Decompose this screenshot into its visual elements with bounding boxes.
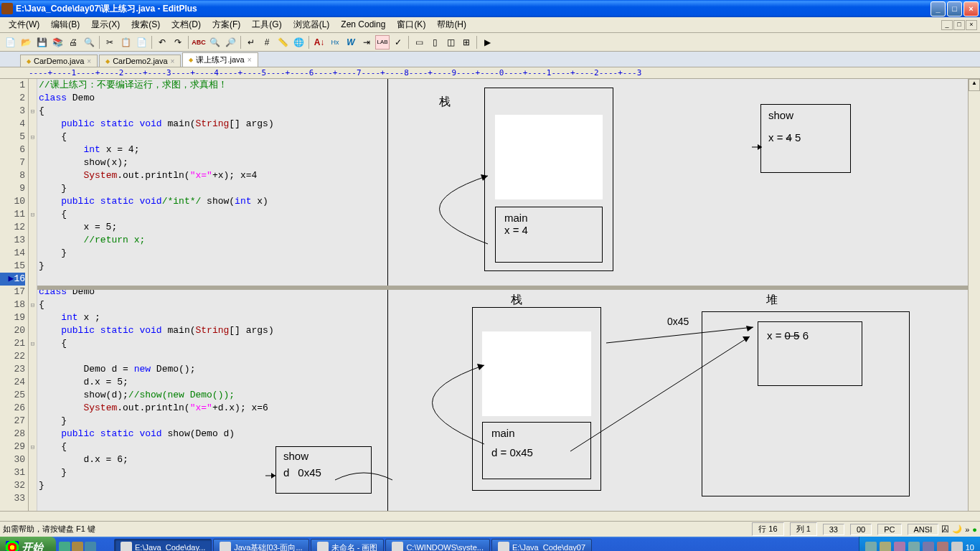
status-moon-icon[interactable]: 🌙 [952,524,962,534]
code-line[interactable]: System.out.println("x="+x); x=4 [39,169,968,182]
redo-icon[interactable]: ↷ [171,35,185,50]
code-line[interactable]: int x ; [39,311,968,324]
new-file-icon[interactable]: 📄 [3,35,17,50]
taskbar-item[interactable]: E:\Java_Code\day... [114,539,212,551]
code-line[interactable]: d.x = 6; [39,453,968,466]
quicklaunch-icon[interactable] [59,542,70,551]
code-line[interactable]: public static void main(String[] args) [39,324,968,337]
tray-icon[interactable] [880,542,891,551]
code-line[interactable]: x = 5; [39,221,968,234]
taskbar-item[interactable]: E:\Java_Code\day07 [491,539,592,551]
hex-icon[interactable]: Hx [328,35,342,50]
code-line[interactable]: } [39,247,968,260]
code-line[interactable]: { [39,337,968,350]
scroll-up-icon[interactable]: ▲ [969,79,980,91]
taskbar-item[interactable]: 未命名 - 画图 [311,539,385,551]
word-icon[interactable]: W [344,35,358,50]
code-line[interactable]: } [39,466,968,479]
mdi-close[interactable]: × [966,20,977,30]
code-line[interactable]: public static void main(String[] args) [39,118,968,131]
code-line[interactable]: show(d);//show(new Demo()); [39,389,968,402]
font-icon[interactable]: A↓ [312,35,326,50]
menu-item[interactable]: 文档(D) [166,18,207,31]
menu-item[interactable]: 显示(X) [85,18,126,31]
code-line[interactable]: //课上练习：不要编译运行，求图，求真相！ [39,79,968,92]
code-line[interactable]: public static void show(Demo d) [39,428,968,441]
document-tab[interactable]: ◆课上练习.java× [182,52,258,67]
start-button[interactable]: 开始 [0,537,56,551]
tray-icon[interactable] [923,542,934,551]
print-icon[interactable]: 🖨 [66,35,80,50]
code-line[interactable]: d.x = 5; [39,376,968,389]
menu-item[interactable]: 文件(W) [3,18,45,31]
wordwrap-icon[interactable]: ↵ [244,35,258,50]
code-line[interactable]: class Demo [39,92,968,105]
close-button[interactable]: × [963,1,979,17]
open-file-icon[interactable]: 📂 [19,35,33,50]
code-line[interactable]: } [39,479,968,492]
code-line[interactable]: //return x; [39,234,968,247]
tray-clock[interactable]: 10 [966,543,974,551]
taskbar-item[interactable]: C:\WINDOWS\syste... [385,539,490,551]
spell-icon[interactable]: ABC [192,35,206,50]
document-tab[interactable]: ◆CarDemo.java× [20,55,98,67]
quicklaunch-icon[interactable] [85,542,96,551]
menu-item[interactable]: 搜索(S) [126,18,166,31]
code-line[interactable]: Demo d = new Demo(); [39,363,968,376]
code-line[interactable]: } [39,415,968,428]
maximize-button[interactable]: □ [947,1,962,17]
window2-icon[interactable]: ▯ [428,35,442,50]
undo-icon[interactable]: ↶ [155,35,169,50]
tray-volume-icon[interactable] [951,542,963,551]
fold-marker[interactable]: ⊟ [29,441,37,453]
code-line[interactable]: show(x); [39,156,968,169]
code-line[interactable]: int x = 4; [39,143,968,156]
tab-close-icon[interactable]: × [87,57,91,65]
menu-item[interactable]: 浏览器(L) [288,18,336,31]
cut-icon[interactable]: ✂ [103,35,117,50]
replace-icon[interactable]: 🔎 [223,35,237,50]
tray-icon[interactable] [894,542,905,551]
code-line[interactable]: System.out.println("x="+d.x); x=6 [39,402,968,415]
status-ime-icon[interactable]: 囚 [941,524,949,534]
code-line[interactable]: public static void/*int*/ show(int x) [39,195,968,208]
code-line[interactable]: { [39,105,968,118]
status-arrow-icon[interactable]: » [965,525,969,534]
fold-marker[interactable]: ⊟ [29,208,37,221]
numbers-icon[interactable]: # [260,35,274,50]
menu-item[interactable]: 编辑(B) [45,18,85,31]
menu-item[interactable]: 窗口(K) [391,18,431,31]
tab-close-icon[interactable]: × [171,57,175,65]
window3-icon[interactable]: ◫ [443,35,458,50]
menu-item[interactable]: 工具(G) [246,18,287,31]
status-dot-icon[interactable]: ● [972,525,977,534]
code-line[interactable] [39,273,968,286]
mdi-restore[interactable]: □ [953,20,965,30]
browser-icon[interactable]: 🌐 [291,35,306,50]
code-line[interactable]: } [39,182,968,195]
fold-marker[interactable]: ⊟ [29,105,37,118]
tray-icon[interactable] [865,542,877,551]
vertical-scrollbar[interactable]: ▲ [968,79,980,511]
fold-marker[interactable]: ⊟ [29,298,37,311]
code-line[interactable]: { [39,441,968,453]
paste-icon[interactable]: 📄 [134,35,149,50]
preview-icon[interactable]: 🔍 [82,35,96,50]
ruler-icon[interactable]: 📏 [275,35,290,50]
menu-item[interactable]: Zen Coding [335,18,391,31]
run-icon[interactable]: ▶ [480,35,494,50]
code-line[interactable] [39,492,968,505]
minimize-button[interactable]: _ [930,1,946,17]
code-line[interactable]: { [39,131,968,143]
tab-icon[interactable]: ⇥ [359,35,374,50]
code-line[interactable] [39,350,968,363]
code-line[interactable]: { [39,208,968,221]
save-icon[interactable]: 💾 [34,35,49,50]
window4-icon[interactable]: ⊞ [459,35,473,50]
code-line[interactable]: { [39,298,968,311]
tab-close-icon[interactable]: × [248,56,252,64]
find-icon[interactable]: 🔍 [207,35,222,50]
quicklaunch-icon[interactable] [72,542,83,551]
code-editor[interactable]: //课上练习：不要编译运行，求图，求真相！class Demo{ public … [37,79,968,511]
mark-icon[interactable]: LAB [375,35,390,50]
